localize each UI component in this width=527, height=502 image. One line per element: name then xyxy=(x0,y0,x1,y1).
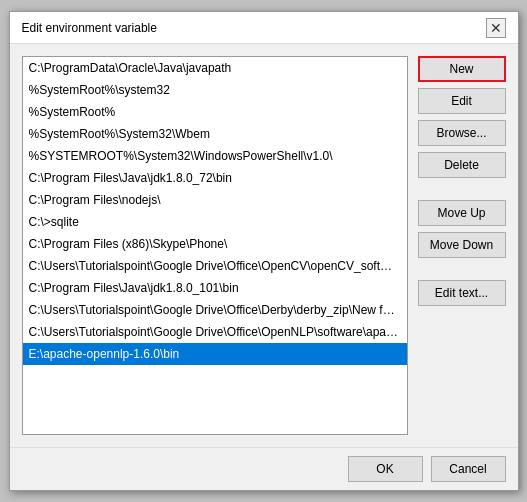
move-up-button[interactable]: Move Up xyxy=(418,200,506,226)
list-item[interactable]: %SystemRoot% xyxy=(23,101,407,123)
list-item[interactable]: C:\Users\Tutorialspoint\Google Drive\Off… xyxy=(23,299,407,321)
list-item[interactable]: C:\Users\Tutorialspoint\Google Drive\Off… xyxy=(23,321,407,343)
dialog-footer: OK Cancel xyxy=(10,447,518,490)
dialog-content: C:\ProgramData\Oracle\Java\javapath%Syst… xyxy=(10,44,518,447)
browse-button[interactable]: Browse... xyxy=(418,120,506,146)
list-item[interactable]: %SystemRoot%\system32 xyxy=(23,79,407,101)
list-item[interactable]: %SystemRoot%\System32\Wbem xyxy=(23,123,407,145)
list-item[interactable]: C:\Program Files\nodejs\ xyxy=(23,189,407,211)
new-button[interactable]: New xyxy=(418,56,506,82)
list-item[interactable]: %SYSTEMROOT%\System32\WindowsPowerShell\… xyxy=(23,145,407,167)
env-var-list[interactable]: C:\ProgramData\Oracle\Java\javapath%Syst… xyxy=(22,56,408,435)
list-item[interactable]: C:\Program Files (x86)\Skype\Phone\ xyxy=(23,233,407,255)
list-item[interactable]: C:\Program Files\Java\jdk1.8.0_101\bin xyxy=(23,277,407,299)
edit-env-dialog: Edit environment variable ✕ C:\ProgramDa… xyxy=(9,11,519,491)
ok-button[interactable]: OK xyxy=(348,456,423,482)
buttons-panel: New Edit Browse... Delete Move Up Move D… xyxy=(418,56,506,435)
edit-button[interactable]: Edit xyxy=(418,88,506,114)
close-button[interactable]: ✕ xyxy=(486,18,506,38)
list-item[interactable]: C:\Users\Tutorialspoint\Google Drive\Off… xyxy=(23,255,407,277)
title-bar: Edit environment variable ✕ xyxy=(10,12,518,44)
list-item[interactable]: C:\ProgramData\Oracle\Java\javapath xyxy=(23,57,407,79)
list-item[interactable]: C:\Program Files\Java\jdk1.8.0_72\bin xyxy=(23,167,407,189)
list-item[interactable]: C:\>sqlite xyxy=(23,211,407,233)
dialog-title: Edit environment variable xyxy=(22,21,157,35)
edit-text-button[interactable]: Edit text... xyxy=(418,280,506,306)
move-down-button[interactable]: Move Down xyxy=(418,232,506,258)
delete-button[interactable]: Delete xyxy=(418,152,506,178)
cancel-button[interactable]: Cancel xyxy=(431,456,506,482)
list-item[interactable]: E:\apache-opennlp-1.6.0\bin xyxy=(23,343,407,365)
